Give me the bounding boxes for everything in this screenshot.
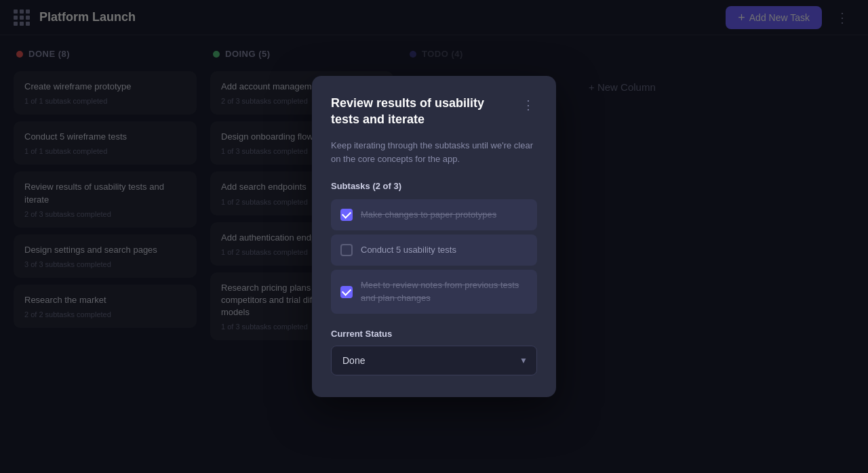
subtask-text-1: Make changes to paper prototypes (361, 209, 496, 221)
modal-menu-button[interactable]: ⋮ (519, 96, 537, 114)
subtask-checkbox-2[interactable] (340, 244, 353, 256)
subtask-item-1[interactable]: Make changes to paper prototypes (331, 199, 537, 230)
subtask-checkbox-3[interactable] (340, 286, 353, 298)
subtask-item-3[interactable]: Meet to review notes from previous tests… (331, 270, 537, 313)
status-label: Current Status (331, 329, 537, 339)
task-detail-modal: Review results of usability tests and it… (312, 76, 556, 397)
subtasks-label: Subtasks (2 of 3) (331, 181, 537, 191)
modal-title: Review results of usability tests and it… (331, 95, 511, 128)
modal-header: Review results of usability tests and it… (331, 95, 537, 128)
modal-ellipsis-icon: ⋮ (522, 98, 534, 112)
status-select[interactable]: Todo Doing Done (331, 346, 537, 375)
modal-overlay[interactable]: Review results of usability tests and it… (0, 0, 868, 473)
modal-description: Keep iterating through the subtasks unti… (331, 139, 537, 166)
subtask-text-2: Conduct 5 usability tests (361, 244, 456, 256)
subtask-checkbox-1[interactable] (340, 209, 353, 221)
status-select-wrapper: Todo Doing Done ▼ (331, 346, 537, 375)
subtask-item-2[interactable]: Conduct 5 usability tests (331, 234, 537, 266)
subtask-text-3: Meet to review notes from previous tests… (361, 279, 528, 304)
